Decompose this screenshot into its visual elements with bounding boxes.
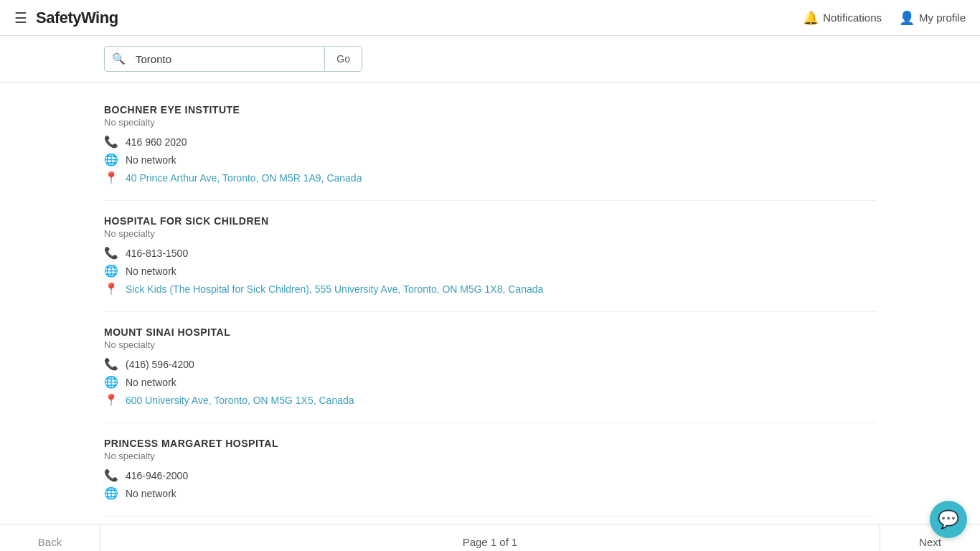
chat-icon: 💬 [938, 509, 959, 529]
phone-icon: 📞 [104, 135, 118, 149]
brand-name: SafetyWing [36, 9, 118, 27]
provider-card: MOUNT SINAI HOSPITAL No specialty 📞 (416… [104, 312, 876, 423]
bell-icon: 🔔 [803, 10, 819, 26]
globe-icon: 🌐 [104, 375, 118, 389]
phone-number: (416) 596-4200 [126, 359, 194, 370]
page-info: Page 1 of 1 [100, 524, 880, 551]
search-bar: 🔍 Go [104, 46, 362, 72]
provider-specialty: No specialty [104, 451, 876, 461]
phone-icon: 📞 [104, 357, 118, 371]
provider-address: 📍 600 University Ave, Toronto, ON M5G 1X… [104, 393, 876, 407]
phone-icon: 📞 [104, 468, 118, 482]
globe-icon: 🌐 [104, 486, 118, 500]
provider-name: MOUNT SINAI HOSPITAL [104, 326, 876, 338]
location-icon: 📍 [104, 393, 118, 407]
address-link[interactable]: 40 Prince Arthur Ave, Toronto, ON M5R 1A… [126, 172, 362, 184]
address-link[interactable]: Sick Kids (The Hospital for Sick Childre… [126, 283, 543, 295]
provider-card: HOSPITAL FOR SICK CHILDREN No specialty … [104, 201, 876, 312]
user-icon: 👤 [899, 10, 915, 26]
provider-specialty: No specialty [104, 339, 876, 350]
network-status: No network [126, 154, 176, 166]
provider-phone: 📞 (416) 596-4200 [104, 357, 876, 371]
search-icon: 🔍 [105, 47, 133, 71]
pagination-footer: Back Page 1 of 1 Next [0, 524, 980, 551]
phone-number: 416-813-1500 [126, 248, 188, 259]
provider-address: 📍 40 Prince Arthur Ave, Toronto, ON M5R … [104, 171, 876, 184]
network-status: No network [126, 265, 176, 277]
back-button[interactable]: Back [0, 524, 100, 551]
provider-network: 🌐 No network [104, 264, 876, 278]
search-section: 🔍 Go [0, 36, 980, 83]
provider-specialty: No specialty [104, 117, 876, 128]
header-left: ☰ SafetyWing [14, 9, 118, 27]
provider-network: 🌐 No network [104, 375, 876, 389]
profile-button[interactable]: 👤 My profile [899, 10, 966, 26]
search-input[interactable] [133, 47, 324, 71]
phone-icon: 📞 [104, 246, 118, 260]
provider-card: BOCHNER EYE INSTITUTE No specialty 📞 416… [104, 90, 876, 201]
provider-name: BOCHNER EYE INSTITUTE [104, 104, 876, 116]
phone-number: 416 960 2020 [126, 136, 187, 148]
provider-name: HOSPITAL FOR SICK CHILDREN [104, 215, 876, 227]
provider-card: PRINCESS MARGARET HOSPITAL No specialty … [104, 423, 876, 517]
provider-network: 🌐 No network [104, 153, 876, 166]
provider-name: PRINCESS MARGARET HOSPITAL [104, 438, 876, 449]
address-link[interactable]: 600 University Ave, Toronto, ON M5G 1X5,… [126, 395, 354, 406]
next-button[interactable]: Next [880, 524, 980, 551]
header: ☰ SafetyWing 🔔 Notifications 👤 My profil… [0, 0, 980, 36]
menu-icon[interactable]: ☰ [14, 9, 27, 27]
network-status: No network [126, 377, 176, 388]
provider-phone: 📞 416-946-2000 [104, 468, 876, 482]
search-go-button[interactable]: Go [324, 47, 362, 70]
globe-icon: 🌐 [104, 153, 118, 166]
notifications-button[interactable]: 🔔 Notifications [803, 10, 882, 26]
location-icon: 📍 [104, 171, 118, 184]
provider-network: 🌐 No network [104, 486, 876, 500]
provider-phone: 📞 416-813-1500 [104, 246, 876, 260]
main-content: BOCHNER EYE INSTITUTE No specialty 📞 416… [0, 83, 980, 524]
location-icon: 📍 [104, 282, 118, 296]
notifications-label: Notifications [823, 11, 882, 24]
provider-phone: 📞 416 960 2020 [104, 135, 876, 149]
profile-label: My profile [919, 11, 966, 24]
phone-number: 416-946-2000 [126, 470, 188, 481]
header-right: 🔔 Notifications 👤 My profile [803, 10, 966, 26]
provider-specialty: No specialty [104, 228, 876, 239]
provider-address: 📍 Sick Kids (The Hospital for Sick Child… [104, 282, 876, 296]
globe-icon: 🌐 [104, 264, 118, 278]
chat-button[interactable]: 💬 [930, 501, 967, 538]
network-status: No network [126, 488, 176, 499]
